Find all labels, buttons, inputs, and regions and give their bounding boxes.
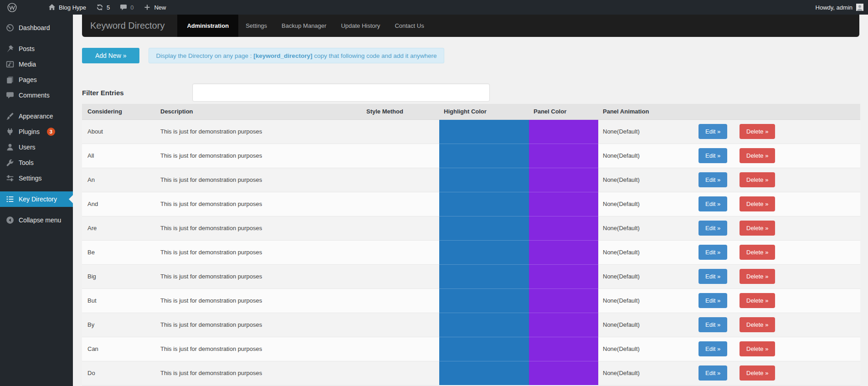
panel-color-swatch — [529, 216, 598, 240]
shortcode-notice: Display the Directory on any page : [key… — [149, 48, 444, 63]
tab-label: Administration — [187, 22, 229, 29]
shortcode-text: [keyword_directory] — [253, 52, 312, 59]
cell-considering: Do — [82, 361, 155, 385]
edit-button[interactable]: Edit » — [699, 148, 727, 163]
appearance-icon — [6, 112, 14, 120]
delete-button[interactable]: Delete » — [740, 269, 775, 284]
cell-panel-animation: None(Default) — [598, 337, 680, 361]
edit-button[interactable]: Edit » — [699, 317, 727, 332]
delete-button[interactable]: Delete » — [740, 148, 775, 163]
tab-administration[interactable]: Administration — [177, 15, 238, 37]
delete-button[interactable]: Delete » — [740, 317, 775, 332]
key-directory-icon — [6, 195, 14, 203]
sidebar-item-label: Plugins — [19, 128, 40, 135]
tab-update-history[interactable]: Update History — [334, 15, 387, 37]
new-content-menu[interactable]: New — [139, 0, 171, 15]
delete-button[interactable]: Delete » — [740, 341, 775, 356]
users-icon — [6, 143, 14, 151]
cell-panel-animation: None(Default) — [598, 192, 680, 216]
edit-button[interactable]: Edit » — [699, 172, 727, 187]
sidebar-item-appearance[interactable]: Appearance — [0, 108, 73, 124]
sidebar-item-tools[interactable]: Tools — [0, 155, 73, 170]
header-style-method: Style Method — [361, 104, 439, 119]
cell-edit: Edit » — [680, 337, 740, 361]
edit-button[interactable]: Edit » — [699, 365, 727, 381]
collapse-icon — [6, 216, 14, 224]
sidebar-item-comments[interactable]: Comments — [0, 87, 73, 103]
table-row-do: Do This is just for demonstration purpos… — [82, 361, 860, 385]
tools-icon — [6, 159, 14, 167]
sidebar-item-pages[interactable]: Pages — [0, 72, 73, 87]
edit-button[interactable]: Edit » — [699, 245, 727, 260]
sidebar-item-posts[interactable]: Posts — [0, 41, 73, 57]
add-new-button[interactable]: Add New » — [82, 48, 139, 63]
edit-button[interactable]: Edit » — [699, 124, 727, 139]
table-row-but: But This is just for demonstration purpo… — [82, 288, 860, 313]
cell-description: This is just for demonstration purposes — [155, 264, 361, 288]
edit-button[interactable]: Edit » — [699, 293, 727, 308]
tab-contact-us[interactable]: Contact Us — [387, 15, 431, 37]
delete-button[interactable]: Delete » — [740, 365, 775, 381]
cell-considering: An — [82, 168, 155, 192]
cell-style-method — [361, 192, 439, 216]
tab-backup-manager[interactable]: Backup Manager — [274, 15, 334, 37]
sidebar-item-settings[interactable]: Settings — [0, 170, 73, 186]
cell-panel-animation: None(Default) — [598, 288, 680, 313]
panel-color-swatch — [529, 168, 598, 192]
admin-bar: Blog Hype 5 0 New Howdy, admin — [0, 0, 868, 15]
cell-considering: All — [82, 144, 155, 168]
cell-delete: Delete » — [740, 119, 860, 144]
filter-row: Filter Entries — [82, 83, 859, 102]
updates-link[interactable]: 5 — [91, 0, 115, 15]
sidebar-item-key-directory[interactable]: Key Directory — [0, 191, 73, 207]
cell-panel-animation: None(Default) — [598, 313, 680, 337]
tab-label: Backup Manager — [282, 22, 326, 29]
delete-button[interactable]: Delete » — [740, 293, 775, 308]
account-menu[interactable]: Howdy, admin — [816, 0, 868, 15]
plugins-icon — [6, 128, 14, 136]
header-considering: Considering — [82, 104, 155, 119]
cell-edit: Edit » — [680, 264, 740, 288]
cell-description: This is just for demonstration purposes — [155, 119, 361, 144]
sidebar-item-label: Users — [19, 144, 36, 151]
site-name-link[interactable]: Blog Hype — [43, 0, 91, 15]
table-row-big: Big This is just for demonstration purpo… — [82, 264, 860, 288]
wordpress-menu[interactable] — [0, 0, 23, 15]
cell-delete: Delete » — [740, 192, 860, 216]
panel-color-swatch — [529, 337, 598, 361]
sidebar-item-users[interactable]: Users — [0, 139, 73, 155]
dashboard-icon — [6, 24, 14, 32]
panel-color-swatch — [529, 144, 598, 168]
cell-panel-animation: None(Default) — [598, 264, 680, 288]
edit-button[interactable]: Edit » — [699, 196, 727, 211]
sidebar-item-plugins[interactable]: Plugins 3 — [0, 124, 73, 139]
delete-button[interactable]: Delete » — [740, 221, 775, 236]
tab-settings[interactable]: Settings — [238, 15, 274, 37]
delete-button[interactable]: Delete » — [740, 172, 775, 187]
panel-color-swatch — [529, 361, 598, 385]
cell-edit: Edit » — [680, 144, 740, 168]
plugin-nav-bar: Keyword Directory Administration Setting… — [82, 15, 859, 37]
cell-style-method — [361, 240, 439, 264]
edit-button[interactable]: Edit » — [699, 269, 727, 284]
edit-button[interactable]: Edit » — [699, 221, 727, 236]
filter-entries-input[interactable] — [192, 83, 490, 102]
sidebar-item-dashboard[interactable]: Dashboard — [0, 20, 73, 36]
delete-button[interactable]: Delete » — [740, 124, 775, 139]
sidebar-item-collapse-menu[interactable]: Collapse menu — [0, 212, 73, 228]
cell-style-method — [361, 144, 439, 168]
highlight-color-swatch — [439, 288, 529, 313]
cell-description: This is just for demonstration purposes — [155, 216, 361, 240]
header-delete — [740, 104, 860, 119]
delete-button[interactable]: Delete » — [740, 245, 775, 260]
cell-edit: Edit » — [680, 168, 740, 192]
edit-button[interactable]: Edit » — [699, 341, 727, 356]
table-row-can: Can This is just for demonstration purpo… — [82, 337, 860, 361]
header-panel-color: Panel Color — [529, 104, 598, 119]
delete-button[interactable]: Delete » — [740, 196, 775, 211]
sidebar-item-media[interactable]: Media — [0, 57, 73, 72]
cell-considering: Big — [82, 264, 155, 288]
comments-link[interactable]: 0 — [115, 0, 139, 15]
cell-style-method — [361, 168, 439, 192]
site-name: Blog Hype — [59, 4, 86, 11]
